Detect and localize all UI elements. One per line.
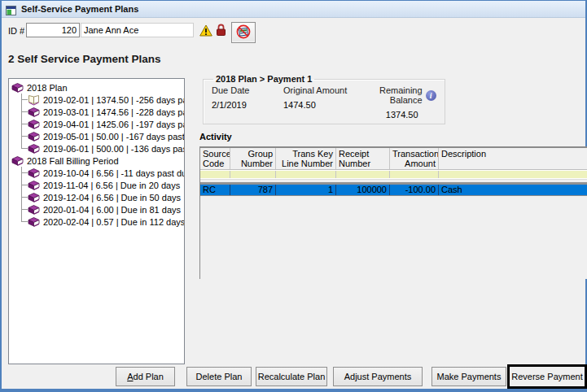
filter-cell[interactable] [390,171,439,178]
tree-connector [16,179,28,191]
column-header[interactable]: Description [439,148,587,169]
activity-filter-row [200,170,587,180]
closed-book-icon [28,204,41,216]
detail-field-value: 2/1/2019 [212,100,283,110]
form-icon [6,4,16,14]
tree-item[interactable]: 2018 Plan [9,81,184,94]
tree-item-label: 2019-10-04 | 6.56 | -11 days past due [43,168,185,178]
table-cell: RC [200,185,230,195]
page-title: 2 Self Service Payment Plans [8,53,161,65]
tree-item-label: 2019-03-01 | 1474.56 | -228 days past du… [43,107,185,117]
button-bar: Add PlanDelete PlanRecalculate PlanAdjus… [2,367,585,388]
closed-book-icon [28,131,41,142]
detail-field-label: Original Amount [283,85,379,95]
closed-book-icon [11,155,24,167]
activity-header-row: Source CodeGroup NumberTrans Key Line Nu… [200,148,587,170]
tree-connector [16,167,28,179]
tree-item[interactable]: 2019-03-01 | 1474.56 | -228 days past du… [9,106,184,118]
tree-item[interactable]: 2019-10-04 | 6.56 | -11 days past due [9,167,184,179]
payment-plans-tree[interactable]: 2018 Plan2019-02-01 | 1374.50 | -256 day… [8,78,185,364]
tree-item-label: 2020-01-04 | 6.00 | Due in 81 days [43,204,181,215]
filter-cell[interactable] [276,171,336,178]
tree-connector [16,106,28,118]
tree-item[interactable]: 2020-01-04 | 6.00 | Due in 81 days [9,203,184,216]
table-cell: 1 [276,185,336,195]
payment-detail-groupbox: 2018 Plan > Payment 1 Due Date2/1/2019Or… [203,74,445,124]
tree-item-label: 2018 Plan [27,82,68,93]
info-icon[interactable]: i [426,90,436,101]
student-name-field: Jane Ann Ace [81,23,194,37]
tree-connector [16,118,28,130]
id-label: ID # [8,26,24,36]
closed-book-icon [28,119,41,130]
closed-book-icon [28,216,41,228]
closed-book-icon [28,168,41,179]
make-payments-button[interactable]: Make Payments [431,367,506,386]
tree-item[interactable]: 2019-12-04 | 6.56 | Due in 50 days [9,191,184,203]
warning-icon [199,24,212,40]
closed-book-icon [11,82,24,94]
activity-grid: Source CodeGroup NumberTrans Key Line Nu… [199,146,587,279]
table-row[interactable]: RC7871100000-100.00Cash [200,185,587,196]
recalculate-plan-button[interactable]: Recalculate Plan [256,367,327,386]
self-service-payment-plans-window: Self-Service Payment Plans ID # Jane Ann… [0,0,587,392]
tree-item-label: 2019-12-04 | 6.56 | Due in 50 days [43,192,181,203]
tree-item-label: 2019-06-01 | 500.00 | -136 days past due [43,143,185,154]
tree-item[interactable]: 2019-02-01 | 1374.50 | -256 days past du… [9,94,184,106]
tree-item[interactable]: 2019-05-01 | 50.00 | -167 days past due [9,130,184,142]
filter-cell[interactable] [439,171,587,178]
tree-connector [16,94,28,106]
payment-detail-fields: Due Date2/1/2019Original Amount1474.50Re… [212,85,436,120]
filter-cell[interactable] [336,171,390,178]
tree-item-label: 2019-11-04 | 6.56 | Due in 20 days [43,180,180,190]
tree-connector [16,203,28,216]
activity-rows: RC7871100000-100.00Cash [200,185,587,196]
closed-book-icon [28,107,41,118]
column-header[interactable]: Source Code [200,148,230,169]
table-cell: 787 [230,185,276,195]
column-header[interactable]: Trans Key Line Number [276,148,336,169]
tree-item-label: 2020-02-04 | 0.57 | Due in 112 days [43,216,185,227]
window-title: Self-Service Payment Plans [21,4,138,14]
tree-item-label: 2019-04-01 | 1425.06 | -197 days past du… [43,119,185,129]
tree-item-label: 2019-02-01 | 1374.50 | -256 days past du… [43,94,185,105]
column-header[interactable]: Receipt Number [336,148,390,169]
tree-item-label: 2019-05-01 | 50.00 | -167 days past due [43,131,185,142]
title-bar: Self-Service Payment Plans [2,1,585,18]
id-input[interactable] [26,23,80,37]
no-notes-button[interactable] [231,22,256,43]
filter-cell[interactable] [200,171,230,178]
add-plan-button[interactable]: Add Plan [116,367,175,386]
tree-connector [16,191,28,203]
detail-field-value: 1474.50 [283,100,379,110]
detail-field: Original Amount1474.50 [283,85,379,120]
table-cell: Cash [439,185,587,195]
no-notes-icon [236,24,251,41]
detail-field-value: 1374.50 [386,110,436,120]
reverse-payment-button[interactable]: Reverse Payment [507,364,587,389]
filter-cell[interactable] [230,171,276,178]
tree-item[interactable]: 2019-04-01 | 1425.06 | -197 days past du… [9,118,184,130]
tree-item[interactable]: 2020-02-04 | 0.57 | Due in 112 days [9,216,184,228]
detail-field-label: Remaining Balancei [379,85,436,105]
payment-detail-title: 2018 Plan > Payment 1 [213,74,314,84]
detail-field-label: Due Date [212,85,283,95]
closed-book-icon [28,143,41,155]
delete-plan-button[interactable]: Delete Plan [186,367,252,386]
tree-connector [16,130,28,142]
column-header[interactable]: Group Number [230,148,276,169]
detail-field: Remaining Balancei1374.50 [379,85,436,120]
tree-item[interactable]: 2019-06-01 | 500.00 | -136 days past due [9,142,184,155]
open-book-icon [28,94,41,106]
tree-connector [16,216,28,228]
lock-icon [216,24,226,40]
activity-heading: Activity [199,132,232,142]
adjust-payments-button[interactable]: Adjust Payments [333,367,423,386]
tree-connector [16,142,28,155]
tree-item[interactable]: 2018 Fall Billing Period [9,155,184,167]
column-header[interactable]: Transaction Amount [390,148,439,169]
closed-book-icon [28,192,41,203]
detail-field: Due Date2/1/2019 [212,85,283,120]
table-cell: 100000 [336,185,390,195]
tree-item[interactable]: 2019-11-04 | 6.56 | Due in 20 days [9,179,184,191]
